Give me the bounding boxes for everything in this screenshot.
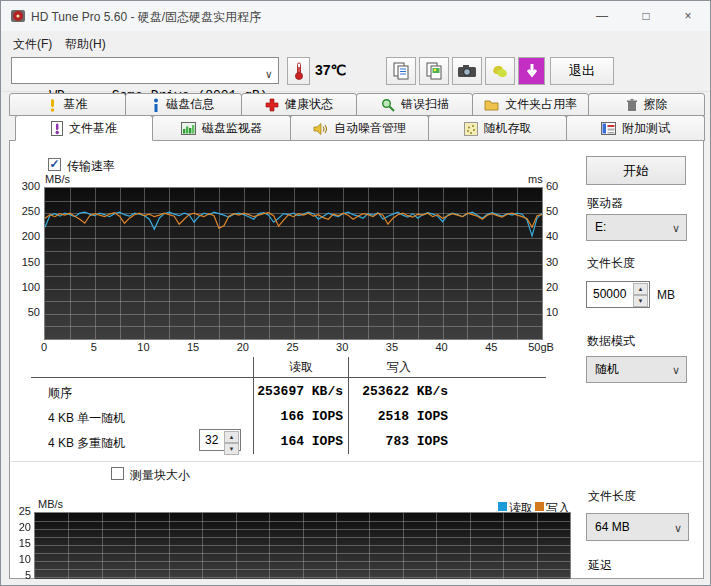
hands-icon — [491, 62, 509, 80]
write-value: 253622 KB/s — [353, 384, 448, 399]
latency-label: 延迟 — [588, 557, 612, 574]
file-length-label: 文件长度 — [587, 255, 635, 272]
file-benchmark-icon — [51, 121, 63, 136]
axis-tick: 35 — [370, 341, 414, 353]
drive-selector-dropdown[interactable]: WD Game Drive (8001 gB) ∨ — [11, 57, 279, 84]
tab-health[interactable]: 健康状态 — [241, 93, 358, 116]
menu-help[interactable]: 帮助(H) — [59, 34, 112, 55]
transfer-rate-chart — [44, 187, 543, 340]
tab-row-1: 基准 磁盘信息 健康状态 错误扫描 文件夹占用率 擦除 — [9, 93, 704, 116]
tab-label: 文件夹占用率 — [505, 96, 577, 113]
health-cross-icon — [265, 98, 279, 112]
axis-tick: 50gB — [519, 341, 563, 353]
random-dots-icon — [464, 122, 478, 136]
tab-label: 磁盘信息 — [166, 96, 214, 113]
block-size-label: 测量块大小 — [130, 467, 190, 484]
menu-file[interactable]: 文件(F) — [7, 34, 58, 55]
temperature-button[interactable] — [287, 57, 310, 85]
app-window: HD Tune Pro 5.60 - 硬盘/固态硬盘实用程序 — □ × 文件(… — [0, 0, 711, 586]
col-header-write: 写入 — [349, 359, 449, 376]
copy-image-button[interactable] — [419, 57, 449, 85]
tab-disk-monitor[interactable]: 磁盘监视器 — [152, 115, 291, 141]
axis-tick: 10 — [9, 553, 31, 565]
data-mode-label: 数据模式 — [587, 333, 635, 350]
legend-read-swatch — [498, 502, 507, 511]
close-button[interactable]: × — [668, 1, 708, 31]
copy-image-icon — [425, 62, 443, 80]
file-length-value: 50000 — [593, 287, 626, 301]
read-value: 164 IOPS — [253, 434, 343, 449]
file-length-dropdown-2[interactable]: 64 MB ∨ — [586, 513, 689, 541]
axis-tick: 50 — [5, 306, 40, 318]
col-header-read: 读取 — [254, 359, 348, 376]
start-label: 开始 — [623, 163, 649, 178]
spin-down-icon[interactable]: ▼ — [633, 295, 648, 307]
axis-tick: 60 — [546, 180, 576, 192]
tab-random-access[interactable]: 随机存取 — [428, 115, 567, 141]
drive-dropdown[interactable]: E: ∨ — [586, 214, 687, 241]
axis-tick: 5 — [9, 569, 31, 581]
axis-tick: 15 — [171, 341, 215, 353]
file-length-unit: MB — [657, 288, 675, 302]
transfer-rate-checkbox[interactable]: ✓ — [48, 158, 61, 171]
tab-folder-usage[interactable]: 文件夹占用率 — [472, 93, 589, 116]
tab-error-scan[interactable]: 错误扫描 — [356, 93, 473, 116]
spin-up-icon[interactable]: ▲ — [224, 431, 239, 443]
axis-tick: 300 — [5, 180, 40, 192]
exit-button[interactable]: 退出 — [550, 57, 614, 85]
extra-tests-icon — [601, 122, 616, 135]
chevron-down-icon: ∨ — [672, 358, 680, 383]
tab-disk-info[interactable]: 磁盘信息 — [125, 93, 242, 116]
copy-text-button[interactable] — [386, 57, 416, 85]
spin-up-icon[interactable]: ▲ — [633, 283, 648, 295]
drive-value: E: — [595, 220, 606, 234]
block-size-checkbox[interactable] — [111, 467, 124, 480]
file-length-label-2: 文件长度 — [588, 488, 636, 505]
row-label: 顺序 — [48, 385, 72, 402]
tab-erase[interactable]: 擦除 — [588, 93, 705, 116]
minimize-button[interactable]: — — [582, 1, 622, 31]
axis-tick: 30 — [546, 256, 576, 268]
tab-label: 文件基准 — [69, 120, 117, 137]
maximize-button[interactable]: □ — [626, 1, 666, 31]
file-length-stepper[interactable]: 50000 ▲ ▼ — [586, 281, 650, 308]
window-title: HD Tune Pro 5.60 - 硬盘/固态硬盘实用程序 — [31, 9, 261, 26]
chevron-down-icon: ∨ — [265, 63, 272, 88]
axis-tick: 20 — [221, 341, 265, 353]
tab-aam[interactable]: 自动噪音管理 — [290, 115, 429, 141]
queue-depth-stepper[interactable]: 32 ▲ ▼ — [199, 429, 241, 451]
tab-benchmark[interactable]: 基准 — [9, 93, 126, 116]
data-mode-value: 随机 — [595, 362, 619, 376]
data-mode-dropdown[interactable]: 随机 ∨ — [586, 356, 687, 383]
speaker-icon — [313, 122, 328, 136]
axis-tick: 250 — [5, 205, 40, 217]
y2-axis-unit-label: ms — [528, 173, 543, 185]
queue-depth-value: 32 — [205, 433, 218, 447]
benchmark-icon — [47, 98, 57, 112]
tab-file-benchmark[interactable]: 文件基准 — [15, 115, 153, 141]
tab-row-2: 文件基准 磁盘监视器 自动噪音管理 随机存取 附加测试 — [15, 115, 704, 141]
axis-tick: 5 — [72, 341, 116, 353]
update-button[interactable] — [518, 57, 545, 85]
chevron-down-icon: ∨ — [674, 515, 682, 541]
row-label: 4 KB 多重随机 — [48, 435, 125, 452]
legend-write-swatch — [535, 502, 544, 511]
axis-tick: 10 — [121, 341, 165, 353]
tab-label: 擦除 — [644, 96, 668, 113]
spin-down-icon[interactable]: ▼ — [224, 443, 239, 455]
title-bar: HD Tune Pro 5.60 - 硬盘/固态硬盘实用程序 — □ × — [1, 1, 710, 31]
axis-tick: 25 — [271, 341, 315, 353]
tab-label: 错误扫描 — [401, 96, 449, 113]
axis-tick: 200 — [5, 230, 40, 242]
axis-tick: 15 — [9, 537, 31, 549]
transfer-rate-label: 传输速率 — [67, 158, 115, 175]
start-button[interactable]: 开始 — [586, 156, 686, 185]
axis-tick: 20 — [546, 281, 576, 293]
tab-extra-tests[interactable]: 附加测试 — [566, 115, 705, 141]
app-icon — [10, 8, 26, 24]
screenshot-button[interactable] — [452, 57, 482, 85]
axis-tick: 40 — [420, 341, 464, 353]
donate-button[interactable] — [485, 57, 515, 85]
y-axis-unit-label: MB/s — [45, 173, 70, 185]
write-value: 2518 IOPS — [353, 409, 448, 424]
